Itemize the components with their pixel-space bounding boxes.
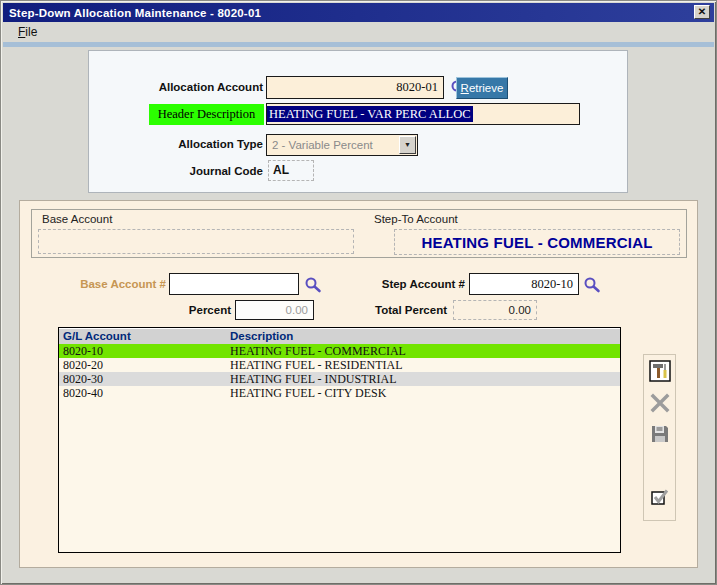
window-title: Step-Down Allocation Maintenance - 8020-… — [3, 7, 261, 19]
table-row[interactable]: 8020-30 HEATING FUEL - INDUSTRIAL — [59, 372, 620, 386]
allocation-detail-panel: Base Account Step-To Account HEATING FUE… — [19, 200, 698, 568]
header-description-field[interactable]: HEATING FUEL - VAR PERC ALLOC — [266, 103, 580, 125]
tools-button[interactable] — [648, 359, 672, 383]
header-form-panel: Allocation Account 8020-01 Retrieve Head… — [88, 50, 628, 193]
retrieve-button[interactable]: Retrieve — [456, 77, 508, 99]
save-button[interactable] — [648, 422, 672, 446]
tools-icon — [649, 360, 671, 382]
selected-text: HEATING FUEL - VAR PERC ALLOC — [267, 106, 473, 122]
menu-bar: File — [3, 22, 714, 42]
base-account-display — [38, 229, 354, 254]
step-account-number-label: Step Account # — [361, 278, 465, 290]
allocation-account-field[interactable]: 8020-01 — [266, 76, 444, 99]
journal-code-field: AL — [268, 160, 314, 181]
close-button[interactable]: ✕ — [694, 5, 710, 19]
account-summary-group: Base Account Step-To Account HEATING FUE… — [31, 209, 687, 258]
table-row[interactable]: 8020-20 HEATING FUEL - RESIDENTIAL — [59, 358, 620, 372]
percent-field[interactable]: 0.00 — [235, 300, 314, 320]
app-window: Step-Down Allocation Maintenance - 8020-… — [0, 0, 717, 585]
gl-accounts-table: G/L Account Description 8020-10 HEATING … — [58, 327, 621, 553]
action-button-column — [643, 354, 676, 521]
base-account-number-field[interactable] — [169, 273, 299, 295]
step-to-account-value: HEATING FUEL - COMMERCIAL — [421, 234, 652, 251]
base-account-number-label: Base Account # — [61, 278, 166, 290]
title-bar: Step-Down Allocation Maintenance - 8020-… — [3, 3, 714, 22]
delete-icon — [649, 392, 671, 414]
table-header-row: G/L Account Description — [59, 328, 620, 344]
allocation-type-label: Allocation Type — [99, 138, 263, 150]
header-description-label: Header Description — [149, 104, 264, 125]
delete-button[interactable] — [648, 391, 672, 415]
step-account-lookup-icon[interactable] — [583, 275, 601, 293]
step-to-account-display: HEATING FUEL - COMMERCIAL — [394, 229, 680, 255]
save-icon — [649, 423, 671, 445]
column-header-account: G/L Account — [59, 328, 230, 344]
percent-label: Percent — [151, 304, 231, 316]
close-icon: ✕ — [698, 7, 706, 17]
step-account-number-field[interactable]: 8020-10 — [469, 273, 579, 295]
table-row[interactable]: 8020-40 HEATING FUEL - CITY DESK — [59, 386, 620, 400]
allocation-account-label: Allocation Account — [99, 81, 263, 93]
table-row[interactable]: 8020-10 HEATING FUEL - COMMERCIAL — [59, 344, 620, 358]
step-to-account-group-label: Step-To Account — [374, 213, 458, 225]
total-percent-label: Total Percent — [347, 304, 447, 316]
confirm-button[interactable] — [648, 485, 672, 509]
total-percent-field: 0.00 — [453, 300, 537, 320]
journal-code-label: Journal Code — [99, 165, 263, 177]
base-account-group-label: Base Account — [42, 213, 112, 225]
allocation-type-dropdown[interactable]: 2 - Variable Percent ▼ — [266, 134, 418, 156]
base-account-lookup-icon[interactable] — [304, 275, 322, 293]
toolbar-separator — [3, 42, 714, 47]
confirm-icon — [649, 486, 671, 508]
column-header-description: Description — [230, 328, 620, 344]
chevron-down-icon[interactable]: ▼ — [399, 136, 416, 154]
menu-item-file[interactable]: File — [11, 22, 44, 42]
